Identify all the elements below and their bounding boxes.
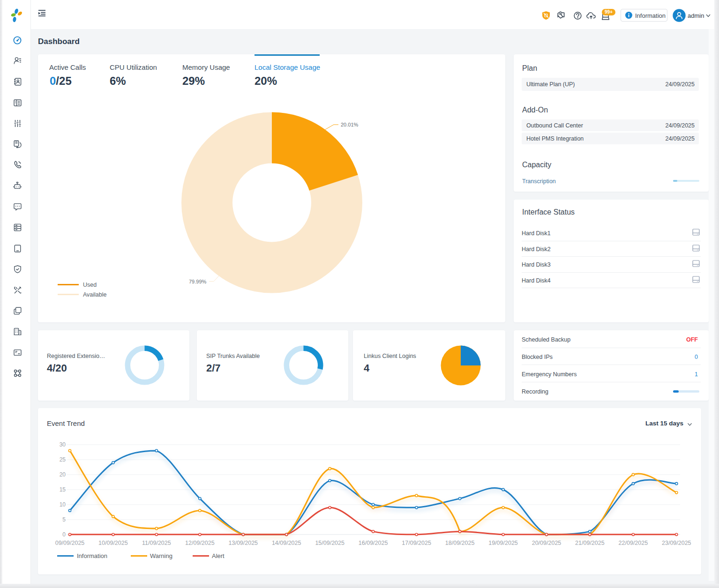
svg-text:30: 30 — [60, 441, 66, 448]
svg-text:12/09/2025: 12/09/2025 — [185, 540, 215, 546]
svg-text:5: 5 — [62, 516, 66, 523]
svg-text:Available: Available — [83, 291, 107, 298]
svg-text:Information: Information — [77, 552, 107, 559]
svg-text:16/09/2025: 16/09/2025 — [359, 540, 388, 546]
svg-text:20/09/2025: 20/09/2025 — [532, 540, 562, 546]
svg-text:09/09/2025: 09/09/2025 — [55, 540, 85, 546]
svg-text:14/09/2025: 14/09/2025 — [272, 540, 301, 546]
svg-text:15: 15 — [60, 486, 66, 493]
svg-text:25: 25 — [60, 456, 66, 463]
svg-text:11/09/2025: 11/09/2025 — [142, 540, 171, 546]
svg-text:0: 0 — [62, 531, 66, 538]
svg-text:21/09/2025: 21/09/2025 — [575, 540, 605, 546]
svg-text:13/09/2025: 13/09/2025 — [229, 540, 258, 546]
svg-text:Alert: Alert — [212, 552, 225, 559]
svg-text:22/09/2025: 22/09/2025 — [619, 540, 648, 546]
svg-text:79.99%: 79.99% — [189, 279, 207, 284]
svg-text:23/09/2025: 23/09/2025 — [662, 540, 691, 546]
svg-text:10/09/2025: 10/09/2025 — [98, 540, 128, 546]
svg-text:10: 10 — [60, 501, 66, 508]
svg-text:Used: Used — [83, 282, 97, 288]
svg-text:20: 20 — [60, 471, 66, 478]
svg-text:18/09/2025: 18/09/2025 — [445, 540, 475, 546]
svg-text:Warning: Warning — [150, 552, 172, 559]
svg-text:17/09/2025: 17/09/2025 — [402, 540, 431, 546]
svg-text:19/09/2025: 19/09/2025 — [488, 540, 518, 546]
svg-text:20.01%: 20.01% — [341, 122, 359, 127]
svg-text:15/09/2025: 15/09/2025 — [315, 540, 345, 546]
